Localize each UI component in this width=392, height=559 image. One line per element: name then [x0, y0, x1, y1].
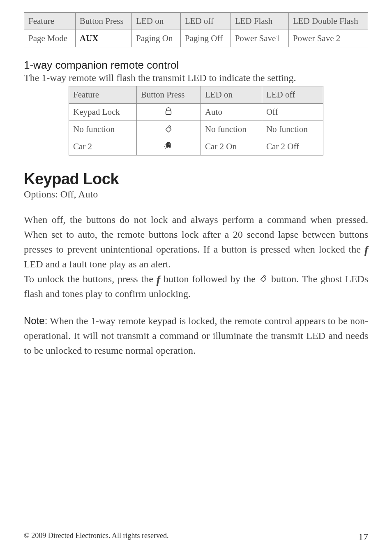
f-icon-2: f: [157, 274, 160, 285]
t2-r2-ledoff: Car 2 Off: [262, 138, 323, 155]
footer-copyright: © 2009 Directed Electronics. All rights …: [24, 531, 169, 543]
page-mode-table: Feature Button Press LED on LED off LED …: [24, 12, 368, 47]
companion-heading: 1-way companion remote control: [24, 59, 368, 72]
t1-h1: Button Press: [75, 13, 131, 30]
para2-b: button followed by the: [164, 274, 259, 284]
t2-r1-ledoff: No function: [262, 121, 323, 138]
page-number: 17: [358, 531, 368, 543]
t1-h3: LED off: [180, 13, 231, 30]
t2-r2-feature: Car 2: [69, 138, 137, 155]
companion-table: Feature Button Press LED on LED off Keyp…: [69, 86, 323, 155]
t1-ledon: Paging On: [132, 30, 181, 47]
para2-a: To unlock the buttons, press the: [24, 274, 157, 284]
t2-r2-icon-cell: [136, 138, 201, 155]
note-label: Note:: [24, 315, 47, 326]
note-body: When the 1-way remote keypad is locked, …: [24, 315, 368, 356]
svg-rect-0: [166, 111, 171, 114]
svg-point-1: [168, 144, 168, 144]
t1-ledflash: Power Save1: [231, 30, 288, 47]
t1-h4: LED Flash: [231, 13, 288, 30]
diamond-icon: [164, 123, 173, 133]
t2-r1-icon-cell: [136, 121, 201, 138]
lock-icon: [164, 106, 173, 116]
intro-text: The 1-way remote will flash the transmit…: [24, 72, 368, 84]
keypad-para2: To unlock the buttons, press the f butto…: [24, 271, 368, 301]
t1-feature: Page Mode: [24, 30, 76, 47]
t2-h2: LED on: [201, 86, 262, 104]
t2-h3: LED off: [262, 86, 323, 104]
t2-r0-feature: Keypad Lock: [69, 104, 137, 121]
t1-leddouble: Power Save 2: [288, 30, 368, 47]
svg-point-2: [169, 144, 170, 144]
t1-h2: LED on: [132, 13, 181, 30]
keypad-para1: When off, the buttons do not lock and al…: [24, 212, 368, 271]
t2-r2-ledon: Car 2 On: [201, 138, 262, 155]
para1-b: LED and a fault tone play as an alert.: [24, 259, 171, 269]
t2-r0-ledon: Auto: [201, 104, 262, 121]
t2-r1-ledon: No function: [201, 121, 262, 138]
t1-button: AUX: [75, 30, 131, 47]
svg-point-4: [164, 146, 165, 147]
t2-h1: Button Press: [136, 86, 201, 104]
f-icon: f: [364, 244, 368, 256]
para1-a: When off, the buttons do not lock and al…: [24, 214, 368, 255]
t1-ledoff: Paging Off: [180, 30, 231, 47]
keypad-heading: Keypad Lock: [24, 170, 368, 188]
t2-r0-icon-cell: [136, 104, 201, 121]
t2-h0: Feature: [69, 86, 137, 104]
keypad-options: Options: Off, Auto: [24, 189, 368, 200]
footer: © 2009 Directed Electronics. All rights …: [24, 531, 368, 543]
t1-h5: LED Double Flash: [288, 13, 368, 30]
note-para: Note: When the 1-way remote keypad is lo…: [24, 313, 368, 358]
t2-r1-feature: No function: [69, 121, 137, 138]
ghost-icon: [164, 141, 173, 151]
t2-r0-ledoff: Off: [262, 104, 323, 121]
t1-h0: Feature: [24, 13, 76, 30]
svg-point-5: [165, 148, 166, 149]
diamond-icon-inline: [259, 274, 268, 284]
svg-point-3: [165, 144, 166, 145]
